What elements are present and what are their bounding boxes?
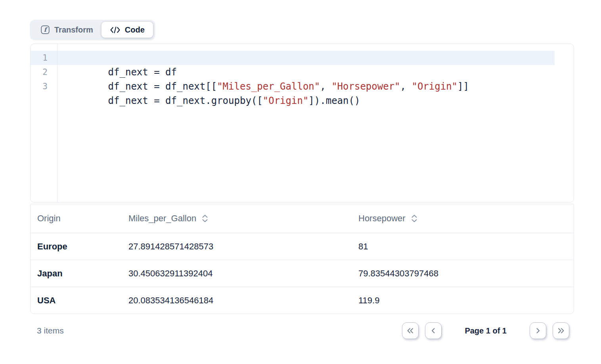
- code-token: ]]: [457, 81, 469, 92]
- column-header-origin: Origin: [31, 213, 122, 224]
- code-token: ,: [400, 81, 412, 92]
- tab-transform-label: Transform: [54, 25, 93, 34]
- column-header-label: Miles_per_Gallon: [128, 213, 196, 224]
- sort-icon[interactable]: [411, 215, 417, 222]
- chevron-left-icon: [429, 326, 438, 335]
- line-number: 1: [31, 51, 57, 65]
- table-row: USA 20.083534136546184 119.9: [31, 287, 574, 314]
- next-page-button[interactable]: [530, 322, 546, 339]
- row-horsepower: 119.9: [352, 295, 574, 306]
- code-token-string: "Miles_per_Gallon": [217, 81, 320, 92]
- row-horsepower: 79.83544303797468: [352, 268, 574, 279]
- code-token-string: "Origin": [263, 95, 309, 106]
- row-miles-per-gallon: 30.450632911392404: [122, 268, 352, 279]
- row-origin: Europe: [31, 241, 122, 252]
- row-miles-per-gallon: 27.891428571428573: [122, 241, 352, 252]
- code-editor[interactable]: 1 2 3 df_next = df df_next = df_next[["M…: [30, 44, 574, 203]
- previous-page-button[interactable]: [425, 322, 442, 339]
- tab-code-label: Code: [125, 25, 145, 34]
- table-row: Europe 27.891428571428573 81: [31, 233, 574, 260]
- app-container: f Transform Code 1 2 3 df_next = d: [30, 0, 574, 347]
- first-page-button[interactable]: [402, 322, 419, 339]
- code-icon: [110, 26, 121, 34]
- row-horsepower: 81: [352, 241, 574, 252]
- result-table: Origin Miles_per_Gallon Horsepower: [30, 204, 574, 314]
- column-header-label: Origin: [37, 213, 61, 224]
- code-token-string: "Horsepower": [331, 81, 400, 92]
- line-number: 3: [31, 79, 57, 94]
- page-indicator: Page 1 of 1: [465, 326, 507, 335]
- row-miles-per-gallon: 20.083534136546184: [122, 295, 352, 306]
- table-row: Japan 30.450632911392404 79.835443037974…: [31, 260, 574, 287]
- view-mode-tab-bar: f Transform Code: [30, 20, 155, 40]
- code-line-1[interactable]: df_next = df: [57, 51, 555, 65]
- row-origin: USA: [31, 295, 122, 306]
- tab-transform[interactable]: f Transform: [32, 22, 101, 38]
- last-page-button[interactable]: [553, 322, 569, 339]
- column-header-miles-per-gallon[interactable]: Miles_per_Gallon: [122, 213, 352, 224]
- pagination-controls: Page 1 of 1: [402, 322, 574, 339]
- code-token-string: "Origin": [412, 81, 457, 92]
- column-header-horsepower[interactable]: Horsepower: [352, 213, 574, 224]
- code-token: df_next = df_next[[: [108, 81, 217, 92]
- line-number-gutter: 1 2 3: [31, 44, 57, 202]
- pagination-bar: 3 items Page 1 of 1: [30, 314, 574, 347]
- table-header-row: Origin Miles_per_Gallon Horsepower: [31, 204, 574, 233]
- column-header-label: Horsepower: [358, 213, 406, 224]
- tab-code[interactable]: Code: [101, 22, 153, 38]
- code-token: ]).mean(): [308, 95, 360, 106]
- line-number: 2: [31, 65, 57, 79]
- double-chevron-right-icon: [556, 326, 566, 335]
- chevron-right-icon: [533, 326, 543, 335]
- items-count: 3 items: [37, 326, 64, 335]
- code-token: df_next = df: [108, 67, 177, 78]
- row-origin: Japan: [31, 268, 122, 279]
- double-chevron-left-icon: [406, 326, 415, 335]
- code-pane[interactable]: df_next = df df_next = df_next[["Miles_p…: [57, 44, 574, 202]
- svg-text:f: f: [44, 26, 48, 33]
- code-token: ,: [320, 81, 331, 92]
- function-icon: f: [40, 25, 50, 34]
- code-token: df_next = df_next.groupby([: [108, 95, 263, 106]
- sort-icon[interactable]: [202, 215, 208, 222]
